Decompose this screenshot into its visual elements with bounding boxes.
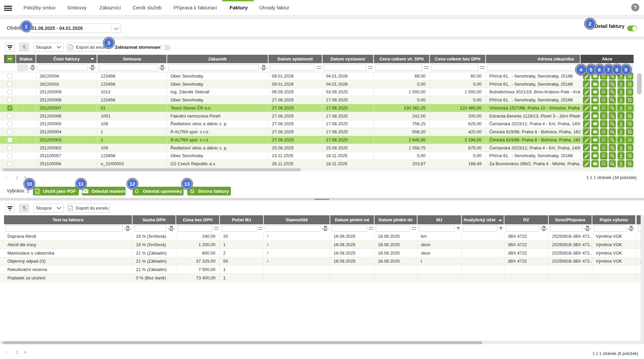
- svg-text:x: x: [70, 207, 71, 210]
- svg-text:A: A: [37, 190, 39, 193]
- svg-text:x: x: [70, 46, 71, 49]
